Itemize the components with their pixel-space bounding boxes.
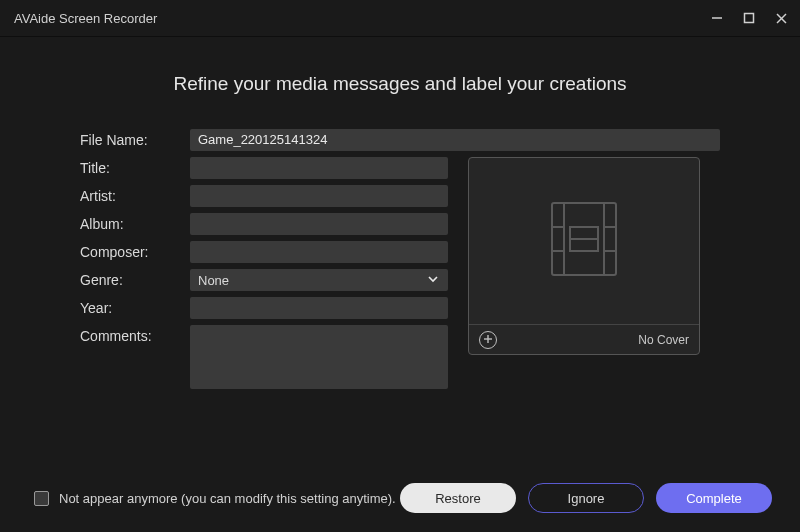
genre-selected-value: None [198, 273, 229, 288]
bottom-bar: Not appear anymore (you can modify this … [0, 474, 800, 532]
row-composer: Composer: [80, 241, 448, 263]
label-artist: Artist: [80, 185, 178, 204]
left-column: Title: Artist: Album: Composer: Genre: [80, 157, 448, 389]
label-year: Year: [80, 297, 178, 316]
chevron-down-icon [426, 272, 440, 289]
row-file-name: File Name: [80, 129, 720, 151]
row-album: Album: [80, 213, 448, 235]
row-artist: Artist: [80, 185, 448, 207]
album-field[interactable] [190, 213, 448, 235]
not-appear-label: Not appear anymore (you can modify this … [59, 491, 396, 506]
cover-panel: No Cover [468, 157, 700, 355]
app-title: AVAide Screen Recorder [14, 11, 157, 26]
maximize-button[interactable] [740, 9, 758, 27]
comments-field[interactable] [190, 325, 448, 389]
label-comments: Comments: [80, 325, 178, 344]
page-heading: Refine your media messages and label you… [80, 73, 720, 95]
complete-button[interactable]: Complete [656, 483, 772, 513]
label-title: Title: [80, 157, 178, 176]
label-album: Album: [80, 213, 178, 232]
genre-select[interactable]: None [190, 269, 448, 291]
add-cover-button[interactable] [479, 331, 497, 349]
not-appear-checkbox-wrap: Not appear anymore (you can modify this … [34, 491, 396, 506]
row-title: Title: [80, 157, 448, 179]
minimize-button[interactable] [708, 9, 726, 27]
ignore-button[interactable]: Ignore [528, 483, 644, 513]
film-strip-icon [534, 189, 634, 293]
action-buttons: Restore Ignore Complete [400, 483, 772, 513]
cover-footer: No Cover [469, 324, 699, 354]
year-field[interactable] [190, 297, 448, 319]
form-columns: Title: Artist: Album: Composer: Genre: [80, 157, 720, 389]
window-controls [708, 9, 790, 27]
composer-field[interactable] [190, 241, 448, 263]
not-appear-checkbox[interactable] [34, 491, 49, 506]
metadata-form: File Name: Title: Artist: Album: Co [80, 129, 720, 389]
label-composer: Composer: [80, 241, 178, 260]
cover-art-placeholder [469, 158, 699, 324]
titlebar: AVAide Screen Recorder [0, 0, 800, 36]
row-genre: Genre: None [80, 269, 448, 291]
no-cover-label: No Cover [638, 333, 689, 347]
label-file-name: File Name: [80, 129, 178, 148]
file-name-field[interactable] [190, 129, 720, 151]
title-field[interactable] [190, 157, 448, 179]
label-genre: Genre: [80, 269, 178, 288]
plus-icon [483, 333, 493, 346]
row-year: Year: [80, 297, 448, 319]
restore-button[interactable]: Restore [400, 483, 516, 513]
main-content: Refine your media messages and label you… [0, 37, 800, 389]
row-comments: Comments: [80, 325, 448, 389]
close-button[interactable] [772, 9, 790, 27]
svg-rect-1 [745, 14, 754, 23]
artist-field[interactable] [190, 185, 448, 207]
